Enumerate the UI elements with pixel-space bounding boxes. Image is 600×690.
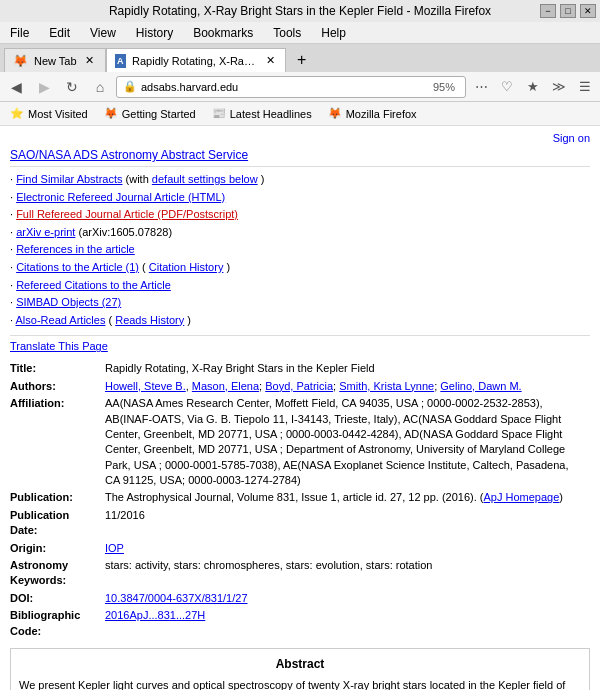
link-references: References in the article xyxy=(10,241,590,259)
menu-bookmarks[interactable]: Bookmarks xyxy=(187,24,259,42)
author-1[interactable]: Howell, Steve B. xyxy=(105,380,186,392)
firefox-favicon: 🦊 xyxy=(13,54,28,68)
link-arxiv: arXiv e-print (arXiv:1605.07828) xyxy=(10,224,590,242)
tab-bar: 🦊 New Tab ✕ A Rapidly Rotating, X-Ray Br… xyxy=(0,44,600,72)
forward-button[interactable]: ▶ xyxy=(32,75,56,99)
minimize-btn[interactable]: − xyxy=(540,4,556,18)
authors-label: Authors: xyxy=(10,378,105,395)
refereed-citations-link[interactable]: Refereed Citations to the Article xyxy=(16,279,171,291)
metadata-row-pubdate: PublicationDate: 11/2016 xyxy=(10,507,590,540)
publication-label: Publication: xyxy=(10,489,105,506)
open-menu-button[interactable]: ☰ xyxy=(574,76,596,98)
metadata-row-doi: DOI: 10.3847/0004-637X/831/1/27 xyxy=(10,590,590,607)
bookmark-getting-started[interactable]: 🦊 Getting Started xyxy=(98,105,202,122)
origin-label: Origin: xyxy=(10,540,105,557)
tab-newtab[interactable]: 🦊 New Tab ✕ xyxy=(4,48,106,72)
latest-headlines-icon: 📰 xyxy=(212,107,226,120)
html-article-link[interactable]: Electronic Refereed Journal Article (HTM… xyxy=(16,191,225,203)
translate-link[interactable]: Translate This Page xyxy=(10,340,590,352)
origin-value: IOP xyxy=(105,540,590,557)
pdf-article-link[interactable]: Full Refereed Journal Article (PDF/Posts… xyxy=(16,208,238,220)
bookmarks-bar: ⭐ Most Visited 🦊 Getting Started 📰 Lates… xyxy=(0,102,600,126)
simbad-link[interactable]: SIMBAD Objects (27) xyxy=(16,296,121,308)
link-citations: Citations to the Article (1) ( Citation … xyxy=(10,259,590,277)
find-similar-link[interactable]: Find Similar Abstracts xyxy=(16,173,122,185)
authors-value: Howell, Steve B., Mason, Elena; Boyd, Pa… xyxy=(105,378,590,395)
getting-started-icon: 🦊 xyxy=(104,107,118,120)
reads-history-link[interactable]: Reads History xyxy=(115,314,184,326)
citations-link[interactable]: Citations to the Article (1) xyxy=(16,261,139,273)
default-settings-link[interactable]: default settings below xyxy=(152,173,258,185)
abstract-section: Abstract We present Kepler light curves … xyxy=(10,648,590,690)
close-btn[interactable]: ✕ xyxy=(580,4,596,18)
citation-history-link[interactable]: Citation History xyxy=(149,261,224,273)
mozilla-firefox-label: Mozilla Firefox xyxy=(346,108,417,120)
tab-ads-close[interactable]: ✕ xyxy=(265,54,276,68)
bibcode-label: BibliographicCode: xyxy=(10,607,105,640)
pubdate-value: 11/2016 xyxy=(105,507,590,540)
metadata-row-authors: Authors: Howell, Steve B., Mason, Elena;… xyxy=(10,378,590,395)
tab-ads-label: Rapidly Rotating, X-Ray Brigh... xyxy=(132,55,259,67)
bookmark-most-visited[interactable]: ⭐ Most Visited xyxy=(4,105,94,122)
links-section: Find Similar Abstracts (with default set… xyxy=(10,171,590,329)
doi-value: 10.3847/0004-637X/831/1/27 xyxy=(105,590,590,607)
references-link[interactable]: References in the article xyxy=(16,243,135,255)
new-tab-button[interactable]: + xyxy=(290,48,314,72)
menu-file[interactable]: File xyxy=(4,24,35,42)
menu-edit[interactable]: Edit xyxy=(43,24,76,42)
bookmark-button[interactable]: ★ xyxy=(522,76,544,98)
link-pdf-article: Full Refereed Journal Article (PDF/Posts… xyxy=(10,206,590,224)
title-value: Rapidly Rotating, X-Ray Bright Stars in … xyxy=(105,360,590,377)
header-divider xyxy=(10,166,590,167)
links-divider xyxy=(10,335,590,336)
also-read-link[interactable]: Also-Read Articles xyxy=(16,314,106,326)
iop-link[interactable]: IOP xyxy=(105,542,124,554)
ads-header-link[interactable]: SAO/NASA ADS Astronomy Abstract Service xyxy=(10,148,248,162)
title-bar: Rapidly Rotating, X-Ray Bright Stars in … xyxy=(0,0,600,22)
link-refereed-citations: Refereed Citations to the Article xyxy=(10,277,590,295)
keywords-value: stars: activity, stars: chromospheres, s… xyxy=(105,557,590,590)
author-3[interactable]: Boyd, Patricia xyxy=(265,380,333,392)
overflow-menu-button[interactable]: ⋯ xyxy=(470,76,492,98)
bookmark-mozilla-firefox[interactable]: 🦊 Mozilla Firefox xyxy=(322,105,423,122)
url-bar[interactable]: 🔒 adsabs.harvard.edu 95% xyxy=(116,76,466,98)
mozilla-firefox-icon: 🦊 xyxy=(328,107,342,120)
back-button[interactable]: ◀ xyxy=(4,75,28,99)
author-4[interactable]: Smith, Krista Lynne xyxy=(339,380,434,392)
maximize-btn[interactable]: □ xyxy=(560,4,576,18)
home-button[interactable]: ⌂ xyxy=(88,75,112,99)
reload-button[interactable]: ↻ xyxy=(60,75,84,99)
zoom-level: 95% xyxy=(429,81,459,93)
menu-tools[interactable]: Tools xyxy=(267,24,307,42)
keywords-label: AstronomyKeywords: xyxy=(10,557,105,590)
doi-link[interactable]: 10.3847/0004-637X/831/1/27 xyxy=(105,592,248,604)
reader-view-button[interactable]: ♡ xyxy=(496,76,518,98)
window-title: Rapidly Rotating, X-Ray Bright Stars in … xyxy=(109,4,491,18)
toolbar-overflow[interactable]: ≫ xyxy=(548,76,570,98)
nav-bar: ◀ ▶ ↻ ⌂ 🔒 adsabs.harvard.edu 95% ⋯ ♡ ★ ≫… xyxy=(0,72,600,102)
bibcode-link[interactable]: 2016ApJ...831...27H xyxy=(105,609,205,621)
url-text[interactable]: adsabs.harvard.edu xyxy=(141,81,425,93)
tab-newtab-close[interactable]: ✕ xyxy=(83,54,97,68)
author-2[interactable]: Mason, Elena xyxy=(192,380,259,392)
metadata-row-bibcode: BibliographicCode: 2016ApJ...831...27H xyxy=(10,607,590,640)
link-also-read: Also-Read Articles ( Reads History ) xyxy=(10,312,590,330)
sign-on-link[interactable]: Sign on xyxy=(10,132,590,144)
ads-favicon: A xyxy=(115,54,126,68)
menu-view[interactable]: View xyxy=(84,24,122,42)
menu-help[interactable]: Help xyxy=(315,24,352,42)
apj-homepage-link[interactable]: ApJ Homepage xyxy=(484,491,560,503)
author-5[interactable]: Gelino, Dawn M. xyxy=(440,380,521,392)
pubdate-label: PublicationDate: xyxy=(10,507,105,540)
tab-ads[interactable]: A Rapidly Rotating, X-Ray Brigh... ✕ xyxy=(106,48,286,72)
arxiv-link[interactable]: arXiv e-print xyxy=(16,226,75,238)
metadata-row-publication: Publication: The Astrophysical Journal, … xyxy=(10,489,590,506)
page-content: Sign on SAO/NASA ADS Astronomy Abstract … xyxy=(0,126,600,690)
page-header: SAO/NASA ADS Astronomy Abstract Service xyxy=(10,148,590,162)
metadata-row-affiliation: Affiliation: AA(NASA Ames Research Cente… xyxy=(10,395,590,489)
menu-history[interactable]: History xyxy=(130,24,179,42)
affiliation-label: Affiliation: xyxy=(10,395,105,489)
publication-value: The Astrophysical Journal, Volume 831, I… xyxy=(105,489,590,506)
bookmark-latest-headlines[interactable]: 📰 Latest Headlines xyxy=(206,105,318,122)
window-controls: − □ ✕ xyxy=(540,4,596,18)
